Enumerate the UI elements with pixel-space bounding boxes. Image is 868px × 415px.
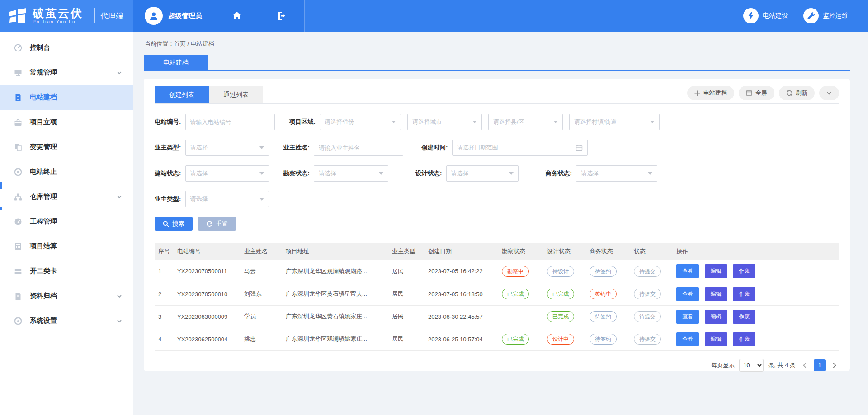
document-icon: [14, 93, 23, 102]
add-station-label: 电站建档: [703, 89, 727, 97]
total-label: 条, 共 4 条: [768, 361, 796, 369]
sidebar-item-project-initiation[interactable]: 项目立项: [0, 110, 133, 135]
view-button[interactable]: 查看: [676, 287, 699, 301]
col-type: 业主类型: [388, 243, 425, 260]
void-button[interactable]: 作废: [733, 332, 755, 346]
nav-monitor-ops[interactable]: 监控运维: [803, 8, 848, 23]
page-size-select[interactable]: 10: [739, 359, 764, 372]
select-caret-icon: [509, 172, 514, 175]
void-button[interactable]: 作废: [733, 310, 755, 324]
settings-icon: [14, 317, 23, 326]
cell-owner: 刘强东: [241, 283, 282, 305]
design-status-select[interactable]: 请选择: [446, 165, 519, 182]
design-status-badge: 已完成: [547, 289, 574, 299]
date-range-placeholder: 请选择日期范围: [457, 144, 498, 152]
sidebar-item-console[interactable]: 控制台: [0, 35, 133, 60]
tab-passed-list[interactable]: 通过列表: [209, 86, 263, 103]
table-row: 3 YX2023063000009 学员 广东深圳龙华区黄石镇姚家庄... 居民…: [155, 305, 839, 328]
sidebar-item-label: 开二类卡: [30, 267, 57, 275]
sidebar-item-project-settlement[interactable]: 项目结算: [0, 234, 133, 259]
cell-owner: 马云: [241, 260, 282, 283]
page-tab-station-archive[interactable]: 电站建档: [144, 55, 208, 70]
sidebar-item-label: 控制台: [30, 43, 50, 52]
logo[interactable]: 破茧云伏 Po Jian Yun Fu 代理端: [0, 0, 133, 32]
select-caret-icon: [648, 172, 652, 175]
breadcrumb-path[interactable]: 首页 / 电站建档: [174, 40, 214, 47]
owner-type-select[interactable]: 请选择: [185, 140, 269, 156]
owner-name-input[interactable]: [314, 140, 403, 156]
sidebar-item-label: 仓库管理: [30, 192, 57, 201]
reset-button[interactable]: 重置: [198, 217, 236, 231]
app-subtitle: Po Jian Yun Fu: [33, 19, 83, 24]
edit-button[interactable]: 编辑: [705, 310, 727, 324]
col-status: 状态: [630, 243, 673, 260]
business-status-select[interactable]: 请选择: [576, 165, 657, 182]
next-page-button[interactable]: [830, 362, 839, 368]
owner-type2-select[interactable]: 请选择: [185, 191, 269, 207]
district-select[interactable]: 请选择县/区: [488, 114, 563, 130]
select-caret-icon: [472, 121, 477, 123]
void-button[interactable]: 作废: [733, 287, 755, 301]
sidebar-item-open-card[interactable]: 开二类卡: [0, 259, 133, 284]
sitemap-icon: [14, 192, 23, 201]
table-row: 4 YX2023062500004 姚忠 广东深圳龙华区观澜镇姚家庄... 居民…: [155, 328, 839, 350]
sidebar-item-label: 工程管理: [30, 217, 57, 226]
survey-status-select[interactable]: 请选择: [314, 165, 388, 182]
view-button[interactable]: 查看: [676, 264, 699, 278]
add-station-button[interactable]: 电站建档: [687, 86, 734, 100]
sidebar-item-system-settings[interactable]: 系统设置: [0, 308, 133, 333]
nav-station-build[interactable]: 电站建设: [743, 8, 788, 23]
sidebar-item-station-archive[interactable]: 电站建档: [0, 85, 133, 110]
province-select[interactable]: 请选择省份: [320, 114, 401, 130]
sidebar-item-warehouse-mgmt[interactable]: 仓库管理: [0, 184, 133, 209]
user-menu[interactable]: 超级管理员: [133, 0, 214, 32]
sidebar-item-engineering-mgmt[interactable]: 工程管理: [0, 209, 133, 234]
chevron-down-icon: [117, 70, 122, 75]
void-button[interactable]: 作废: [733, 264, 755, 278]
owner-type-placeholder: 请选择: [190, 144, 208, 152]
district-placeholder: 请选择县/区: [493, 118, 524, 126]
sidebar-item-change-mgmt[interactable]: 变更管理: [0, 135, 133, 159]
col-actions: 操作: [673, 243, 839, 260]
col-owner: 业主姓名: [241, 243, 282, 260]
fullscreen-button[interactable]: 全屏: [739, 86, 774, 100]
city-select[interactable]: 请选择城市: [407, 114, 482, 130]
edit-button[interactable]: 编辑: [705, 332, 727, 346]
station-code-input[interactable]: [185, 114, 275, 130]
sidebar-item-station-terminate[interactable]: 电站终止: [0, 159, 133, 184]
collapse-button[interactable]: [819, 86, 839, 100]
reset-icon: [206, 221, 212, 227]
sidebar-item-general-mgmt[interactable]: 常规管理: [0, 60, 133, 85]
edit-button[interactable]: 编辑: [705, 287, 727, 301]
sidebar-item-label: 项目结算: [30, 242, 57, 251]
logout-button[interactable]: [259, 0, 305, 32]
build-status-select[interactable]: 请选择: [185, 165, 269, 182]
project-region-label: 项目区域:: [289, 118, 316, 126]
sidebar-scrollbar[interactable]: [0, 182, 2, 189]
cell-type: 居民: [388, 328, 425, 350]
street-select[interactable]: 请选择村镇/街道: [569, 114, 660, 130]
cell-created: 2023-07-05 16:18:50: [425, 283, 498, 305]
select-caret-icon: [650, 121, 655, 123]
edit-button[interactable]: 编辑: [705, 264, 727, 278]
home-button[interactable]: [214, 0, 259, 32]
gauge-icon: [14, 217, 23, 226]
search-label: 搜索: [172, 220, 184, 228]
archive-icon: [14, 292, 23, 301]
date-range-input[interactable]: 请选择日期范围: [452, 140, 588, 156]
sidebar-scrollbar-2[interactable]: [0, 207, 2, 210]
view-button[interactable]: 查看: [676, 332, 699, 346]
business-status-placeholder: 请选择: [581, 169, 599, 177]
city-placeholder: 请选择城市: [412, 118, 442, 126]
tab-create-list[interactable]: 创建列表: [155, 86, 209, 103]
cell-created: 2023-07-05 16:42:22: [425, 260, 498, 283]
cell-code: YX2023070500010: [174, 283, 241, 305]
refresh-button[interactable]: 刷新: [779, 86, 815, 100]
prev-page-button[interactable]: [800, 362, 809, 368]
page-number[interactable]: 1: [814, 359, 826, 371]
search-button[interactable]: 搜索: [155, 217, 193, 231]
sidebar-item-data-archive[interactable]: 资料归档: [0, 284, 133, 308]
sidebar-item-label: 电站建档: [30, 93, 57, 102]
select-caret-icon: [392, 121, 396, 123]
view-button[interactable]: 查看: [676, 310, 699, 324]
